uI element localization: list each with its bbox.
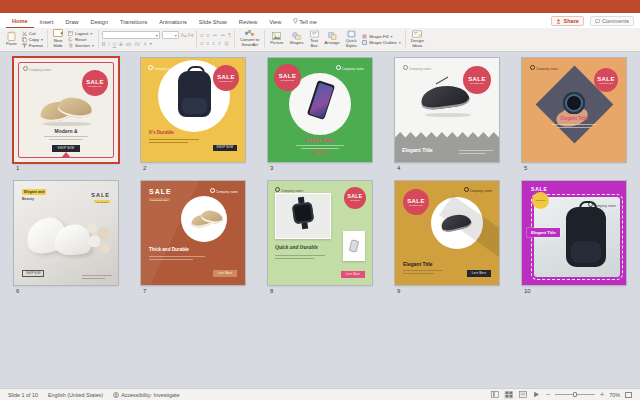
brand-logo: Company name xyxy=(588,202,616,208)
discount-tag: UP TO 50% xyxy=(94,200,110,203)
new-slide-button[interactable]: New Slide xyxy=(51,29,65,49)
sale-badge: SALEUP TO 50% OFF xyxy=(82,70,108,96)
arrange-button[interactable]: Arrange xyxy=(323,29,342,49)
zoom-slider-handle[interactable] xyxy=(573,392,577,397)
brand-logo: Company name xyxy=(464,187,492,193)
shapes-button[interactable]: Shapes xyxy=(287,29,305,49)
section-button[interactable]: Section▾ xyxy=(67,43,95,48)
slide-thumbnail-3[interactable]: SALEUP TO 50% OFF Company name Faster Th… xyxy=(268,58,372,162)
copy-button[interactable]: Copy▾ xyxy=(21,37,44,42)
sale-badge: SALEUP TO 50% OFF xyxy=(594,68,618,92)
brand-logo: Company name xyxy=(530,65,558,71)
brand-logo: Company name xyxy=(210,188,238,194)
slide-show-button[interactable] xyxy=(532,391,541,399)
cut-button[interactable]: Cut xyxy=(21,31,44,36)
comments-button[interactable]: Comments xyxy=(590,16,634,26)
slide-number: 8 xyxy=(270,288,273,294)
brand-logo: Company name xyxy=(23,66,51,72)
sale-text: SALE xyxy=(91,192,110,198)
reset-icon xyxy=(68,37,73,42)
slide-thumbnail-9[interactable]: SALEUP TO 50% OFF Company name Elegant T… xyxy=(395,181,499,285)
fit-to-window-button[interactable] xyxy=(625,392,632,398)
shape-outline-button[interactable]: Shape Outline▾ xyxy=(361,40,402,45)
shop-now-link: SHOP NOW xyxy=(268,151,372,155)
shape-fill-button[interactable]: Shape Fill▾ xyxy=(361,34,402,39)
design-ideas-button[interactable]: Design Ideas xyxy=(409,29,426,49)
zoom-slider[interactable] xyxy=(555,394,595,395)
format-painter-button[interactable]: Format xyxy=(21,43,44,48)
product-lens-image xyxy=(563,92,585,114)
grow-shrink-font-buttons[interactable]: A▴ A▾ xyxy=(181,32,194,38)
paste-button[interactable]: Paste xyxy=(4,29,19,49)
language-status[interactable]: English (United States) xyxy=(48,392,103,398)
discount-tag: UP TO 50% OFF xyxy=(149,198,170,201)
ribbon-tab-bar: Home Insert Draw Design Transitions Anim… xyxy=(0,13,640,28)
shapes-icon xyxy=(292,32,301,40)
cut-icon xyxy=(22,31,27,36)
reading-view-button[interactable] xyxy=(518,391,527,399)
shape-outline-icon xyxy=(362,40,367,45)
zoom-level[interactable]: 70% xyxy=(609,392,620,398)
tab-design[interactable]: Design xyxy=(85,17,114,28)
font-name-select[interactable]: ▾ xyxy=(102,31,160,39)
slide-thumbnail-1[interactable]: Company name SALEUP TO 50% OFF Modern & … xyxy=(14,58,118,162)
slide-thumbnail-10[interactable]: Company name UP TO 50% SALE Elegant Titl… xyxy=(522,181,626,285)
shoe-lace xyxy=(436,77,449,85)
zoom-out-button[interactable]: − xyxy=(546,392,550,398)
list-indent-buttons[interactable]: ≡≡≔≕¶ xyxy=(200,32,231,38)
slide-thumbnail-6[interactable]: Elegant and Beauty SALE UP TO 50% SHOP N… xyxy=(14,181,118,285)
slide-thumbnail-7[interactable]: SALE UP TO 50% OFF Company name Thick an… xyxy=(141,181,245,285)
slide-number: 10 xyxy=(524,288,531,294)
slide-thumbnail-2[interactable]: Company name SALEUP TO 50% OFF It's Dura… xyxy=(141,58,245,162)
tab-view[interactable]: View xyxy=(263,17,287,28)
accessibility-status[interactable]: Accessibility: Investigate xyxy=(113,392,179,398)
tab-insert[interactable]: Insert xyxy=(34,17,60,28)
slide-indicator: Slide 1 of 10 xyxy=(8,392,38,398)
convert-to-smartart-button[interactable]: Convert to SmartArt xyxy=(238,29,261,49)
tab-transitions[interactable]: Transitions xyxy=(114,17,153,28)
drawing-group: Picture Shapes Text Box Arrange Quick St… xyxy=(268,29,401,49)
tab-tell-me[interactable]: Tell me xyxy=(287,16,323,28)
font-style-buttons[interactable]: BIUSabAVA▾ xyxy=(102,41,194,47)
tab-slide-show[interactable]: Slide Show xyxy=(193,17,233,28)
learn-more-button: Lern More xyxy=(341,271,365,278)
layout-icon xyxy=(68,31,73,36)
layout-button[interactable]: Layout▾ xyxy=(67,31,95,36)
discount-circle: UP TO 50% xyxy=(532,192,549,209)
slide-sorter-icon xyxy=(505,391,513,398)
font-size-select[interactable]: ▾ xyxy=(162,31,179,39)
slide-title: Faster Than xyxy=(268,137,372,143)
powerpoint-window: Home Insert Draw Design Transitions Anim… xyxy=(0,0,640,400)
share-button[interactable]: Share xyxy=(551,16,584,26)
tab-draw[interactable]: Draw xyxy=(60,17,85,28)
tab-review[interactable]: Review xyxy=(233,17,263,28)
slide-number: 9 xyxy=(397,288,400,294)
slide-title: Thick and Durable xyxy=(149,247,189,252)
zoom-in-button[interactable]: + xyxy=(600,392,604,398)
frame-tail xyxy=(61,152,71,158)
flowers-image xyxy=(84,221,110,255)
slide-title: Elegant Title xyxy=(527,228,560,237)
normal-view-button[interactable] xyxy=(490,391,499,399)
tab-home[interactable]: Home xyxy=(6,16,34,28)
align-buttons[interactable]: ≡≡≡≡▥ xyxy=(200,40,231,46)
quick-styles-button[interactable]: Quick Styles xyxy=(343,29,358,49)
slide-thumbnail-4[interactable]: Company name SALEUP TO 50% OFF Elegant T… xyxy=(395,58,499,162)
sale-badge: SALEUP TO 50% OFF xyxy=(463,66,491,94)
text-box-button[interactable]: Text Box xyxy=(308,29,321,49)
reset-button[interactable]: Reset xyxy=(67,37,95,42)
slide-number: 3 xyxy=(270,165,273,171)
slide-subtitle: Beauty xyxy=(22,197,34,201)
brand-logo: Company name xyxy=(336,65,364,71)
slide-thumbnail-8[interactable]: Company name SALEUP TO 50% Quick and Dur… xyxy=(268,181,372,285)
slide-number: 6 xyxy=(16,288,19,294)
smartart-icon xyxy=(245,30,254,37)
tab-animations[interactable]: Animations xyxy=(153,17,193,28)
slide-sorter-canvas[interactable]: Company name SALEUP TO 50% OFF Modern & … xyxy=(0,52,640,388)
slide-number: 2 xyxy=(143,165,146,171)
comment-bubble-icon xyxy=(595,19,600,24)
slide-show-icon xyxy=(533,391,540,398)
picture-button[interactable]: Picture xyxy=(268,29,285,49)
slide-thumbnail-5[interactable]: Company name SALEUP TO 50% OFF Elegant T… xyxy=(522,58,626,162)
slide-sorter-view-button[interactable] xyxy=(504,391,513,399)
